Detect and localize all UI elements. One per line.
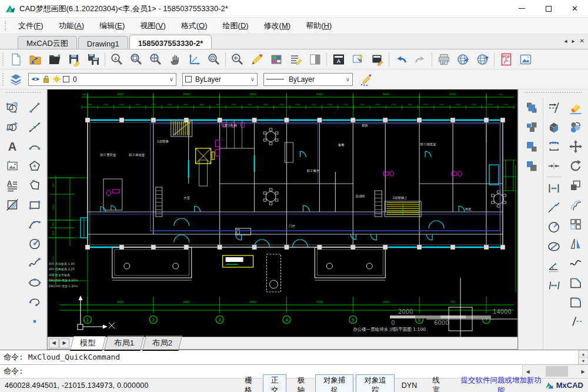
image-export-button[interactable]	[516, 51, 535, 68]
extend-button[interactable]	[543, 178, 564, 198]
close-button[interactable]: ✕	[562, 0, 588, 17]
copy-base-button[interactable]	[521, 117, 542, 137]
layout-tab-prev-button[interactable]: ◀	[49, 338, 59, 348]
solid-box-button[interactable]	[543, 117, 564, 137]
web-download-button[interactable]	[473, 51, 492, 68]
scale-ellipse-button[interactable]	[543, 237, 564, 256]
match-properties-button[interactable]	[368, 51, 387, 68]
text-single-button[interactable]: A	[2, 137, 23, 156]
line-button[interactable]	[24, 98, 45, 117]
ellipse-button[interactable]	[24, 273, 45, 292]
layout-tab-model[interactable]: 模型	[70, 336, 106, 351]
new-file-button[interactable]	[6, 51, 25, 68]
layer-manager-button[interactable]	[6, 71, 25, 88]
erase-button[interactable]	[565, 98, 586, 117]
break-button[interactable]	[543, 137, 564, 156]
draw-edit-button[interactable]	[247, 51, 266, 68]
status-toggle-5[interactable]: 对象追踪	[356, 374, 394, 392]
tab-scroll-left-button[interactable]: ◂	[564, 37, 567, 45]
rotate-button[interactable]	[565, 156, 586, 175]
block-insert-button[interactable]	[2, 98, 23, 117]
layout-tab-layout2[interactable]: 布局2	[142, 335, 182, 351]
zoom-center-button[interactable]	[204, 51, 223, 68]
move-button[interactable]	[565, 137, 586, 156]
array-button[interactable]	[565, 214, 586, 234]
zoom-extents-button[interactable]	[146, 51, 165, 68]
polygon-free-button[interactable]	[24, 175, 45, 195]
spline-fit-button[interactable]	[565, 253, 586, 273]
xline-button[interactable]	[24, 117, 45, 137]
undo-button[interactable]	[391, 51, 410, 68]
distance-button[interactable]	[543, 275, 564, 295]
zoom-previous-button[interactable]	[228, 51, 247, 68]
text-style-button[interactable]	[286, 51, 305, 68]
image-insert-button[interactable]	[2, 156, 23, 175]
color-combo[interactable]: ByLayer ∨	[182, 73, 258, 86]
quick-select-button[interactable]	[348, 51, 368, 68]
point-button[interactable]	[24, 311, 45, 331]
spline-button[interactable]	[24, 253, 45, 273]
circle-radius-button[interactable]	[24, 234, 45, 253]
mirror-button[interactable]	[565, 234, 586, 253]
pdf-export-button[interactable]: PDF	[496, 51, 516, 68]
mtext-button[interactable]: A	[2, 175, 23, 195]
trim-button[interactable]	[543, 156, 564, 175]
document-tab-2[interactable]: Drawing1	[78, 36, 128, 49]
maximize-button[interactable]	[535, 0, 562, 17]
web-upload-button[interactable]	[453, 51, 473, 68]
layout-tab-next-button[interactable]: ▶	[59, 338, 69, 348]
zoom-window-button[interactable]	[126, 51, 146, 68]
status-toggle-6[interactable]: DYN	[397, 374, 422, 392]
open-cloud-button[interactable]	[25, 51, 45, 68]
minimize-button[interactable]	[509, 0, 535, 17]
drawing-canvas[interactable]: 8400640084006400840064001803001050240010…	[48, 89, 517, 337]
measure-length-button[interactable]	[543, 198, 564, 217]
hscroll-track[interactable]	[533, 365, 578, 378]
pan-button[interactable]	[165, 51, 185, 68]
fillet-button[interactable]	[565, 292, 586, 311]
rotate-circle-button[interactable]	[543, 217, 564, 237]
explode-button[interactable]	[543, 98, 564, 117]
tab-close-button[interactable]: ✕	[580, 37, 584, 45]
save-all-button[interactable]	[83, 51, 103, 68]
scale-button[interactable]	[565, 175, 586, 195]
redo-button[interactable]	[410, 51, 430, 68]
status-toggle-4[interactable]: 对象捕捉	[315, 374, 353, 392]
draw-order-button[interactable]	[356, 71, 375, 88]
copy-button[interactable]	[565, 117, 586, 137]
polygon-button[interactable]	[24, 156, 45, 175]
scroll-up-button[interactable]: ▲	[579, 350, 588, 357]
zoom-range-button[interactable]: ±	[107, 51, 126, 68]
paste-block-button[interactable]	[521, 156, 542, 175]
menu-d-item[interactable]: 绘图(D)	[215, 18, 256, 34]
document-tab-1[interactable]: MxCAD云图	[18, 36, 77, 49]
tab-scroll-right-button[interactable]: ▸	[572, 37, 575, 45]
break-symbol-button[interactable]	[565, 311, 586, 331]
palette-button[interactable]	[266, 51, 286, 68]
status-toggle-2[interactable]: 正交	[263, 374, 287, 392]
clip-button[interactable]	[305, 51, 325, 68]
ellipse-arc-button[interactable]	[24, 292, 45, 311]
open-folder-button[interactable]	[45, 51, 64, 68]
angle-button[interactable]	[543, 256, 564, 275]
feedback-link[interactable]: 提交软件问题或增加新功能	[457, 376, 545, 392]
layer-combo[interactable]: 0 ∨	[28, 73, 176, 86]
arc-button[interactable]	[24, 137, 45, 156]
linetype-combo[interactable]: ByLayer ∨	[263, 73, 353, 86]
zoom-scale-button[interactable]	[185, 51, 204, 68]
arc-3pt-button[interactable]	[24, 214, 45, 234]
save-button[interactable]	[64, 51, 83, 68]
status-toggle-1[interactable]: 栅格	[236, 374, 260, 392]
menu-v-item[interactable]: 功能(A)	[51, 18, 92, 34]
chamfer-button[interactable]	[565, 273, 586, 292]
menu-m-item[interactable]: 修改(M)	[256, 18, 299, 34]
menu-f-item[interactable]: 格式(O)	[173, 18, 215, 34]
scroll-right-button[interactable]: ▶	[578, 365, 588, 378]
command-history[interactable]: 命令: MxCloud_QuickCommand ▲ ▼	[0, 350, 588, 365]
copy-clip-button[interactable]	[521, 98, 542, 117]
document-tab-3[interactable]: 1585037553330-2*	[129, 35, 212, 49]
menu-h-item[interactable]: 帮助(H)	[298, 18, 339, 34]
hatch-button[interactable]	[2, 195, 23, 214]
paste-clip-button[interactable]	[521, 137, 542, 156]
status-toggle-3[interactable]: 极轴	[289, 374, 313, 392]
